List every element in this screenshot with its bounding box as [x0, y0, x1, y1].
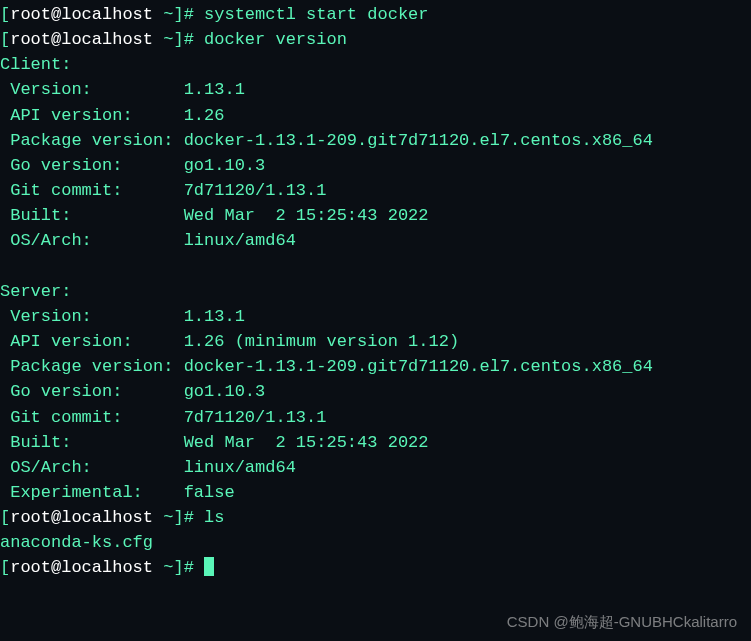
kv-key: Built:	[0, 433, 184, 452]
prompt-path: ~	[153, 5, 173, 24]
kv-value: linux/amd64	[184, 231, 296, 250]
kv-key: Package version:	[0, 131, 184, 150]
kv-row: Git commit: 7d71120/1.13.1	[0, 405, 751, 430]
prompt-close: ]#	[173, 508, 204, 527]
server-header: Server:	[0, 279, 751, 304]
prompt-path: ~	[153, 508, 173, 527]
kv-value: 1.26	[184, 106, 225, 125]
command-line-1: [root@localhost ~]# systemctl start dock…	[0, 2, 751, 27]
kv-key: Go version:	[0, 156, 184, 175]
kv-row: Package version: docker-1.13.1-209.git7d…	[0, 354, 751, 379]
kv-key: OS/Arch:	[0, 231, 184, 250]
kv-row: Package version: docker-1.13.1-209.git7d…	[0, 128, 751, 153]
kv-row: Version: 1.13.1	[0, 77, 751, 102]
kv-key: Version:	[0, 80, 184, 99]
blank-line	[0, 254, 751, 279]
kv-value: 1.13.1	[184, 307, 245, 326]
kv-value: false	[184, 483, 235, 502]
kv-row: Built: Wed Mar 2 15:25:43 2022	[0, 430, 751, 455]
kv-key: Built:	[0, 206, 184, 225]
kv-row: Go version: go1.10.3	[0, 379, 751, 404]
prompt-close: ]#	[173, 30, 204, 49]
kv-key: Git commit:	[0, 181, 184, 200]
kv-value: docker-1.13.1-209.git7d71120.el7.centos.…	[184, 131, 653, 150]
kv-value: 7d71120/1.13.1	[184, 408, 327, 427]
kv-key: API version:	[0, 332, 184, 351]
kv-key: OS/Arch:	[0, 458, 184, 477]
kv-row: API version: 1.26	[0, 103, 751, 128]
kv-value: 1.26 (minimum version 1.12)	[184, 332, 459, 351]
kv-key: Git commit:	[0, 408, 184, 427]
prompt-close: ]#	[173, 558, 204, 577]
ls-output: anaconda-ks.cfg	[0, 530, 751, 555]
kv-key: Go version:	[0, 382, 184, 401]
command-line-current[interactable]: [root@localhost ~]#	[0, 555, 751, 580]
cursor-icon	[204, 557, 214, 576]
kv-value: 7d71120/1.13.1	[184, 181, 327, 200]
prompt-user-host: root@localhost	[10, 5, 153, 24]
kv-value: go1.10.3	[184, 382, 266, 401]
prompt-bracket: [	[0, 508, 10, 527]
kv-key: Package version:	[0, 357, 184, 376]
kv-value: 1.13.1	[184, 80, 245, 99]
kv-row: Version: 1.13.1	[0, 304, 751, 329]
kv-value: Wed Mar 2 15:25:43 2022	[184, 433, 429, 452]
prompt-bracket: [	[0, 558, 10, 577]
kv-value: docker-1.13.1-209.git7d71120.el7.centos.…	[184, 357, 653, 376]
prompt-user-host: root@localhost	[10, 30, 153, 49]
kv-row: Go version: go1.10.3	[0, 153, 751, 178]
command-text: ls	[204, 508, 224, 527]
kv-row: Built: Wed Mar 2 15:25:43 2022	[0, 203, 751, 228]
kv-row: Git commit: 7d71120/1.13.1	[0, 178, 751, 203]
client-header: Client:	[0, 52, 751, 77]
kv-key: API version:	[0, 106, 184, 125]
command-line-3: [root@localhost ~]# ls	[0, 505, 751, 530]
command-text: docker version	[204, 30, 347, 49]
watermark-text: CSDN @鲍海超-GNUBHCkalitarro	[507, 611, 737, 633]
kv-row: Experimental: false	[0, 480, 751, 505]
terminal-output[interactable]: [root@localhost ~]# systemctl start dock…	[0, 0, 751, 583]
prompt-bracket: [	[0, 5, 10, 24]
kv-value: linux/amd64	[184, 458, 296, 477]
prompt-close: ]#	[173, 5, 204, 24]
kv-row: API version: 1.26 (minimum version 1.12)	[0, 329, 751, 354]
command-line-2: [root@localhost ~]# docker version	[0, 27, 751, 52]
kv-key: Version:	[0, 307, 184, 326]
kv-value: Wed Mar 2 15:25:43 2022	[184, 206, 429, 225]
prompt-user-host: root@localhost	[10, 508, 153, 527]
kv-row: OS/Arch: linux/amd64	[0, 228, 751, 253]
prompt-user-host: root@localhost	[10, 558, 153, 577]
prompt-path: ~	[153, 30, 173, 49]
prompt-bracket: [	[0, 30, 10, 49]
prompt-path: ~	[153, 558, 173, 577]
kv-row: OS/Arch: linux/amd64	[0, 455, 751, 480]
kv-key: Experimental:	[0, 483, 184, 502]
command-text: systemctl start docker	[204, 5, 428, 24]
kv-value: go1.10.3	[184, 156, 266, 175]
